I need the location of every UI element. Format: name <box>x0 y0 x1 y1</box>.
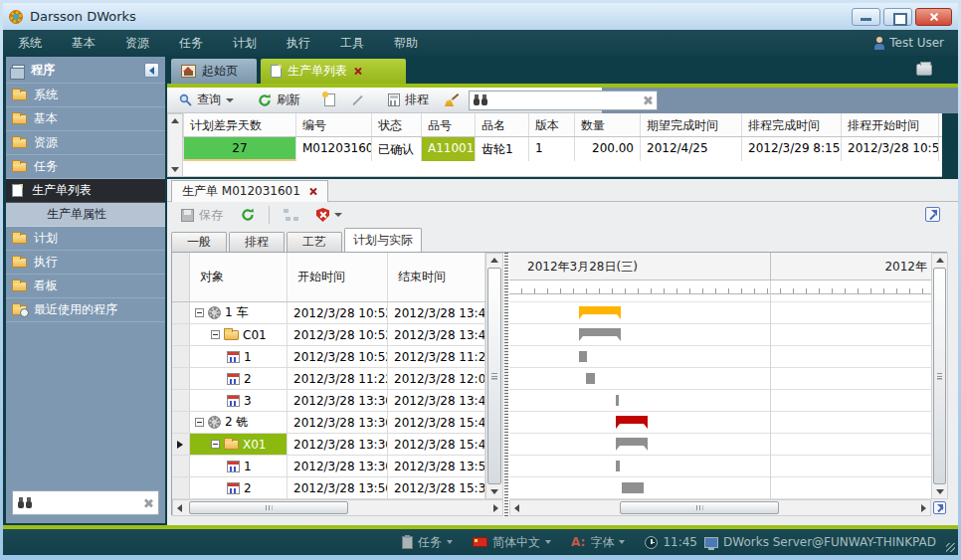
gantt-bar-task[interactable] <box>622 482 644 493</box>
flow-button[interactable] <box>278 207 304 223</box>
grid-data-row[interactable]: 27 M012031601 已确认 A11001 齿轮1 1 200.00 20… <box>167 137 942 161</box>
scroll-thumb[interactable] <box>487 268 501 484</box>
col-header[interactable]: 期望完成时间 <box>641 113 742 136</box>
menu-help[interactable]: 帮助 <box>379 35 433 52</box>
collapse-expander-icon[interactable] <box>211 330 220 339</box>
gantt-horizontal-scrollbar[interactable] <box>509 499 931 516</box>
col-start-time[interactable]: 开始时间 <box>288 253 388 301</box>
new-button[interactable] <box>318 92 341 108</box>
table-row[interactable]: 1 2012/3/28 10:52 2012/3/28 11:22 <box>172 346 485 368</box>
col-object[interactable]: 对象 <box>190 253 288 301</box>
scroll-thumb[interactable] <box>189 501 348 514</box>
status-task-menu[interactable]: 任务 <box>402 534 453 551</box>
collapse-expander-icon[interactable] <box>211 440 220 449</box>
status-font-menu[interactable]: A: 字体 <box>571 534 625 551</box>
sidebar-item[interactable]: 看板 <box>6 275 165 298</box>
gantt-bar-task[interactable] <box>616 395 619 406</box>
sidebar-item[interactable]: 资源 <box>6 131 165 155</box>
table-row[interactable]: 2 2012/3/28 11:22 2012/3/28 12:00 <box>172 368 485 390</box>
sidebar-item[interactable]: 生产单列表 <box>6 179 165 203</box>
col-header[interactable]: 品名 <box>476 113 529 136</box>
sidebar-item[interactable]: 执行 <box>6 251 165 275</box>
menu-task[interactable]: 任务 <box>164 35 218 52</box>
scroll-thumb[interactable] <box>933 268 946 484</box>
schedule-button[interactable]: 排程 <box>382 90 435 110</box>
close-detail-icon[interactable] <box>308 187 317 196</box>
validate-button[interactable] <box>310 206 348 224</box>
detail-doc-tab[interactable]: 生产单 M012031601 <box>171 180 328 202</box>
row-gutter <box>172 324 190 345</box>
col-header[interactable]: 排程开始时间 <box>842 113 939 136</box>
gantt-bar-task[interactable] <box>586 373 595 384</box>
sidebar-item[interactable]: 最近使用的程序 <box>6 298 165 322</box>
scroll-thumb[interactable] <box>620 501 779 514</box>
collapse-expander-icon[interactable] <box>195 308 204 317</box>
table-row[interactable]: 3 2012/3/28 13:30 2012/3/28 13:40 <box>172 390 485 412</box>
tab-start-page[interactable]: 起始页 <box>171 59 257 84</box>
sidebar-item[interactable]: 基本 <box>6 107 165 131</box>
sidebar-item[interactable]: 系统 <box>6 84 165 107</box>
tab-production-order-list[interactable]: 生产单列表 <box>261 59 406 84</box>
table-row[interactable]: 2 2012/3/28 13:50 2012/3/28 15:30 <box>172 477 485 499</box>
gantt-bar-task[interactable] <box>579 351 587 362</box>
minimize-button[interactable] <box>852 8 880 26</box>
gantt-vertical-scrollbar[interactable] <box>931 253 948 499</box>
save-button[interactable]: 保存 <box>175 205 229 226</box>
menu-system[interactable]: 系统 <box>3 35 57 52</box>
col-header[interactable]: 版本 <box>529 113 575 136</box>
tab-schedule[interactable]: 排程 <box>229 232 285 252</box>
gantt-bar-summary[interactable] <box>579 306 621 314</box>
clear-search-icon[interactable] <box>143 498 153 508</box>
popout-gantt-icon[interactable] <box>933 501 946 514</box>
col-header[interactable]: 排程完成时间 <box>742 113 842 136</box>
close-tab-icon[interactable] <box>353 67 362 76</box>
col-header[interactable]: 编号 <box>296 113 372 136</box>
menu-basic[interactable]: 基本 <box>57 35 110 52</box>
resize-grip[interactable] <box>946 543 955 552</box>
col-header[interactable]: 状态 <box>372 113 422 136</box>
gantt-bar-summary[interactable] <box>579 328 621 336</box>
menu-execute[interactable]: 执行 <box>272 35 325 52</box>
tab-general[interactable]: 一般 <box>171 232 227 252</box>
node-label: 2 铣 <box>225 414 248 431</box>
tab-plan-vs-actual[interactable]: 计划与实际 <box>344 228 422 252</box>
sidebar-item[interactable]: 计划 <box>6 227 165 251</box>
menu-plan[interactable]: 计划 <box>218 35 272 52</box>
sidebar-item[interactable]: 任务 <box>6 155 165 179</box>
gantt-bar-summary[interactable] <box>616 438 648 446</box>
table-row[interactable]: 1 车 2012/3/28 10:52 2012/3/28 13:40 <box>172 302 485 324</box>
close-button[interactable] <box>915 8 952 26</box>
col-header[interactable]: 计划差异天数 <box>184 113 296 136</box>
col-header[interactable]: 数量 <box>575 113 641 136</box>
edit-button[interactable] <box>345 97 370 103</box>
gantt-bar-task[interactable] <box>616 461 620 471</box>
menu-resource[interactable]: 资源 <box>110 35 164 52</box>
status-language-menu[interactable]: 简体中文 <box>473 534 551 551</box>
table-row[interactable]: 1 2012/3/28 13:30 2012/3/28 13:50 <box>172 456 485 477</box>
grid-vertical-scrollbar[interactable] <box>167 113 183 177</box>
sidebar-search-input[interactable] <box>36 496 139 510</box>
sidebar-item[interactable]: 生产单属性 <box>6 203 165 227</box>
open-external-icon[interactable] <box>925 207 940 222</box>
query-button[interactable]: 查询 <box>173 90 240 110</box>
col-header[interactable]: 品号 <box>422 113 476 136</box>
sidebar-collapse-button[interactable] <box>144 63 159 78</box>
detail-refresh-button[interactable] <box>235 206 261 224</box>
table-horizontal-scrollbar[interactable] <box>172 499 503 516</box>
table-row[interactable]: X01 2012/3/28 13:30 2012/3/28 15:40 <box>172 434 485 456</box>
refresh-button[interactable]: 刷新 <box>252 90 306 110</box>
current-user[interactable]: Test User <box>873 36 958 50</box>
clear-search-icon[interactable] <box>643 95 653 105</box>
maximize-button[interactable] <box>883 8 912 26</box>
col-end-time[interactable]: 结束时间 <box>388 253 485 301</box>
table-vertical-scrollbar[interactable] <box>485 253 503 499</box>
table-row[interactable]: 2 铣 2012/3/28 13:30 2012/3/28 15:40 <box>172 412 485 434</box>
tab-process[interactable]: 工艺 <box>287 232 342 252</box>
collapse-expander-icon[interactable] <box>195 418 204 427</box>
toolbar-search-input[interactable] <box>490 93 640 107</box>
printer-icon[interactable] <box>916 64 932 76</box>
clean-button[interactable] <box>439 92 465 108</box>
gantt-bar-summary[interactable] <box>616 416 648 424</box>
menu-tools[interactable]: 工具 <box>325 35 379 52</box>
table-row[interactable]: C01 2012/3/28 10:52 2012/3/28 13:40 <box>172 324 485 346</box>
